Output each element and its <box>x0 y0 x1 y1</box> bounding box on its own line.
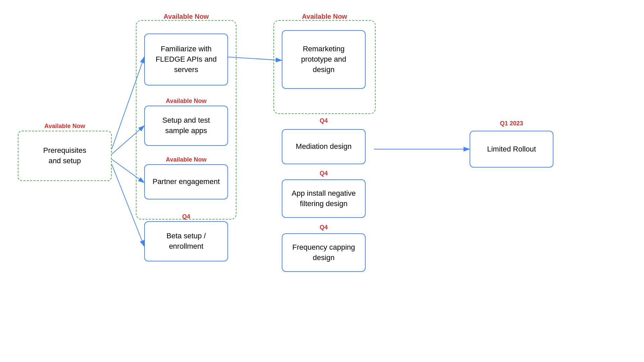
app-install-label: App install negativefiltering design <box>292 188 356 209</box>
beta-badge: Q4 <box>144 213 228 220</box>
beta-setup-label: Beta setup /enrollment <box>166 231 206 252</box>
group2-badge: Available Now <box>273 13 376 20</box>
node-limited-rollout[interactable]: Limited Rollout <box>470 131 553 168</box>
setup-test-badge: Available Now <box>145 97 227 105</box>
remarketing-label: Remarketingprototype anddesign <box>301 44 346 75</box>
limited-rollout-label: Limited Rollout <box>487 144 536 155</box>
remarketing-q4-badge: Q4 <box>282 117 366 124</box>
app-install-badge: Q4 <box>282 170 366 177</box>
prerequisites-badge: Available Now <box>18 122 111 130</box>
freq-capping-badge: Q4 <box>282 224 366 231</box>
partner-badge: Available Now <box>145 156 227 164</box>
group1-badge: Available Now <box>136 13 236 20</box>
node-app-install[interactable]: App install negativefiltering design <box>282 179 366 218</box>
diagram-container: Available Now Available Now Available No… <box>0 0 644 362</box>
partner-label: Partner engagement <box>153 177 220 186</box>
node-beta-setup[interactable]: Beta setup /enrollment <box>144 221 228 261</box>
freq-capping-label: Frequency cappingdesign <box>292 242 355 263</box>
node-mediation[interactable]: Mediation design <box>282 129 366 164</box>
node-setup-test[interactable]: Available Now Setup and testsample apps <box>144 106 228 146</box>
limited-rollout-badge: Q1 2023 <box>470 120 553 127</box>
node-partner[interactable]: Available Now Partner engagement <box>144 164 228 199</box>
mediation-label: Mediation design <box>296 141 352 152</box>
prerequisites-label: Prerequisitesand setup <box>43 146 86 165</box>
node-remarketing[interactable]: Remarketingprototype anddesign <box>282 30 366 89</box>
node-familiarize[interactable]: Familiarize withFLEDGE APIs andservers <box>144 34 228 85</box>
familiarize-label: Familiarize withFLEDGE APIs andservers <box>156 44 217 75</box>
node-freq-capping[interactable]: Frequency cappingdesign <box>282 233 366 272</box>
setup-test-label: Setup and testsample apps <box>162 116 210 135</box>
node-prerequisites[interactable]: Available Now Prerequisitesand setup <box>18 131 112 181</box>
